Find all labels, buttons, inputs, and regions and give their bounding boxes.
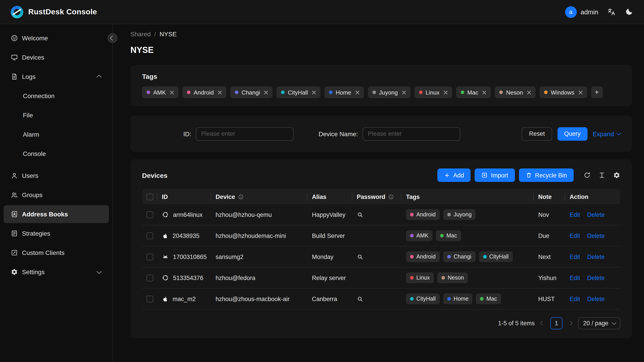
prev-page-icon[interactable] <box>540 322 545 325</box>
add-tag-button[interactable]: + <box>591 86 602 98</box>
device-name-input[interactable] <box>362 127 460 140</box>
edit-link[interactable]: Edit <box>570 296 580 302</box>
query-button[interactable]: Query <box>558 127 588 140</box>
device-note: HUST <box>534 288 565 309</box>
tag-label: Linux <box>426 89 440 96</box>
tag-chip: Mac <box>436 230 461 241</box>
edit-link[interactable]: Edit <box>570 253 580 260</box>
sidebar-item-label: Connection <box>23 92 55 100</box>
sidebar-item-users[interactable]: Users <box>4 167 109 184</box>
brand: RustDesk Console <box>11 6 97 18</box>
row-checkbox[interactable] <box>146 212 153 218</box>
column-header-action[interactable]: Action <box>565 189 620 204</box>
edit-link[interactable]: Edit <box>570 211 580 218</box>
import-button[interactable]: Import <box>475 168 515 182</box>
expand-toggle[interactable]: Expand <box>593 130 620 137</box>
column-header-tags[interactable]: Tags <box>402 189 534 204</box>
delete-link[interactable]: Delete <box>587 232 605 239</box>
devices-card: Devices Add Import Recycle Bin <box>130 160 632 338</box>
avatar[interactable]: a <box>565 6 576 18</box>
tag-chip: Android <box>406 251 440 262</box>
sidebar-item-label: Groups <box>22 191 42 198</box>
delete-link[interactable]: Delete <box>587 211 605 218</box>
remove-tag-icon[interactable] <box>355 90 359 94</box>
tag-color-dot <box>499 90 503 94</box>
column-header-alias[interactable]: Alias <box>308 189 352 204</box>
tag-chip-linux: Linux <box>414 86 452 98</box>
user-menu[interactable]: a admin <box>565 6 598 18</box>
table-settings-gear-icon[interactable] <box>613 172 620 179</box>
page-number-button[interactable]: 1 <box>550 317 562 329</box>
view-password-icon[interactable] <box>357 211 364 218</box>
edit-link[interactable]: Edit <box>570 274 580 281</box>
reset-button[interactable]: Reset <box>522 127 552 140</box>
sidebar-item-strategies[interactable]: Strategies <box>4 224 109 242</box>
sidebar-item-settings[interactable]: Settings <box>4 263 109 281</box>
pagination: 1-5 of 5 items 1 20 / page <box>142 317 620 329</box>
edit-link[interactable]: Edit <box>570 232 580 239</box>
row-checkbox[interactable] <box>146 275 153 281</box>
info-icon[interactable] <box>388 194 394 200</box>
select-all-checkbox[interactable] <box>146 194 153 200</box>
breadcrumb-parent[interactable]: Shared <box>130 30 150 38</box>
monitor-icon <box>11 54 18 61</box>
sidebar-item-welcome[interactable]: Welcome <box>4 29 109 47</box>
row-checkbox[interactable] <box>146 296 153 302</box>
tag-color-dot <box>410 213 414 216</box>
add-device-button[interactable]: Add <box>438 168 471 182</box>
tag-label: AMK <box>153 89 166 96</box>
table-header-row: ID Device Alias Password Tags Note Actio… <box>142 189 620 204</box>
column-header-note[interactable]: Note <box>534 189 565 204</box>
sidebar-item-label: Devices <box>22 54 44 61</box>
delete-link[interactable]: Delete <box>587 274 605 281</box>
chevron-down-icon <box>96 269 102 274</box>
device-row: 1700310865 sansumg2 Monday Android Chang… <box>142 246 620 267</box>
sidebar-item-alarm[interactable]: Alarm <box>4 126 109 143</box>
sidebar-item-console[interactable]: Console <box>4 145 109 163</box>
remove-tag-icon[interactable] <box>218 90 222 94</box>
chevron-up-icon <box>96 75 102 80</box>
view-password-icon[interactable] <box>357 253 364 260</box>
row-checkbox[interactable] <box>146 254 153 260</box>
sidebar-item-connection[interactable]: Connection <box>4 87 109 105</box>
apple-icon <box>162 232 168 239</box>
column-height-icon[interactable] <box>598 172 606 179</box>
translate-icon[interactable] <box>607 8 616 16</box>
sidebar-item-file[interactable]: File <box>4 106 109 124</box>
dark-mode-icon[interactable] <box>625 8 633 16</box>
refresh-icon[interactable] <box>584 172 591 179</box>
sidebar-item-custom-clients[interactable]: Custom Clients <box>4 244 109 262</box>
column-header-device[interactable]: Device <box>211 189 308 204</box>
row-checkbox[interactable] <box>146 232 153 239</box>
column-header-id[interactable]: ID <box>157 189 211 204</box>
info-icon[interactable] <box>238 194 244 200</box>
remove-tag-icon[interactable] <box>578 90 582 94</box>
remove-tag-icon[interactable] <box>444 90 448 94</box>
id-input[interactable] <box>196 127 294 140</box>
sidebar-item-logs[interactable]: Logs <box>4 68 109 86</box>
remove-tag-icon[interactable] <box>170 90 174 94</box>
sidebar-collapse-button[interactable] <box>108 33 118 43</box>
tag-color-dot <box>410 234 414 238</box>
recycle-bin-button[interactable]: Recycle Bin <box>519 168 574 182</box>
remove-tag-icon[interactable] <box>312 90 316 94</box>
remove-tag-icon[interactable] <box>527 90 531 94</box>
android-icon <box>162 253 169 260</box>
sidebar-item-devices[interactable]: Devices <box>4 48 109 66</box>
remove-tag-icon[interactable] <box>402 90 406 94</box>
pagination-total: 1-5 of 5 items <box>498 320 535 326</box>
tag-chip: Changi <box>443 251 475 262</box>
next-page-icon[interactable] <box>568 322 573 325</box>
delete-link[interactable]: Delete <box>587 253 605 260</box>
device-row: mac_m2 hzhou@zhous-macbook-air Canberra … <box>142 288 620 309</box>
remove-tag-icon[interactable] <box>264 90 268 94</box>
sidebar-item-groups[interactable]: Groups <box>4 186 109 204</box>
page-size-select[interactable]: 20 / page <box>578 317 620 329</box>
column-header-password[interactable]: Password <box>352 189 402 204</box>
sidebar-item-address-books[interactable]: Address Books <box>4 205 109 223</box>
tag-label: Mac <box>486 296 497 302</box>
delete-link[interactable]: Delete <box>587 296 605 302</box>
remove-tag-icon[interactable] <box>482 90 486 94</box>
tags-card: Tags AMK Android Changi <box>130 65 632 106</box>
view-password-icon[interactable] <box>357 296 364 302</box>
